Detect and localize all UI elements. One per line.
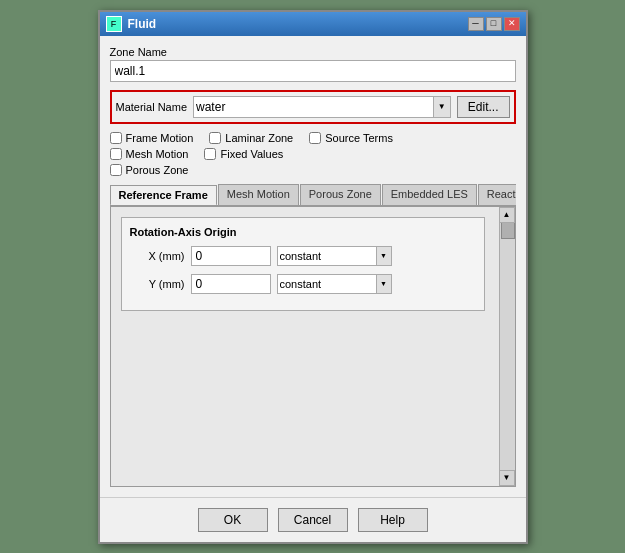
minimize-button[interactable]: ─ [468, 17, 484, 31]
help-button[interactable]: Help [358, 508, 428, 532]
material-select[interactable]: water air aluminum [193, 96, 434, 118]
fluid-dialog: F Fluid ─ □ ✕ Zone Name Material Name wa… [98, 10, 528, 544]
y-select-wrap: constant expression profile ▼ [277, 274, 392, 294]
x-input[interactable] [191, 246, 271, 266]
zone-name-input[interactable] [110, 60, 516, 82]
laminar-zone-checkbox-item[interactable]: Laminar Zone [209, 132, 293, 144]
y-label: Y (mm) [130, 278, 185, 290]
window-title: Fluid [128, 17, 157, 31]
porous-zone-checkbox-item[interactable]: Porous Zone [110, 164, 516, 176]
x-method-select[interactable]: constant expression profile [277, 246, 377, 266]
scroll-up-button[interactable]: ▲ [499, 207, 515, 223]
mesh-motion-label: Mesh Motion [126, 148, 189, 160]
fixed-values-checkbox[interactable] [204, 148, 216, 160]
zone-name-group: Zone Name [110, 46, 516, 82]
mesh-motion-checkbox[interactable] [110, 148, 122, 160]
x-select-wrap: constant expression profile ▼ [277, 246, 392, 266]
tab-reaction[interactable]: Reaction [478, 184, 516, 205]
material-name-label: Material Name [116, 101, 188, 113]
porous-zone-checkbox[interactable] [110, 164, 122, 176]
edit-material-button[interactable]: Edit... [457, 96, 510, 118]
cancel-button[interactable]: Cancel [278, 508, 348, 532]
tab-inner: Rotation-Axis Origin X (mm) constant exp… [111, 207, 515, 486]
x-label: X (mm) [130, 250, 185, 262]
checkboxes-row1: Frame Motion Laminar Zone Source Terms [110, 132, 516, 144]
frame-motion-label: Frame Motion [126, 132, 194, 144]
title-bar: F Fluid ─ □ ✕ [100, 12, 526, 36]
tab-mesh-motion[interactable]: Mesh Motion [218, 184, 299, 205]
porous-zone-label: Porous Zone [126, 164, 189, 176]
scrollbar-track: ▲ ▼ [499, 207, 515, 486]
title-bar-left: F Fluid [106, 16, 157, 32]
checkboxes-row3: Porous Zone [110, 164, 516, 176]
mesh-motion-checkbox-item[interactable]: Mesh Motion [110, 148, 189, 160]
scroll-down-button[interactable]: ▼ [499, 470, 515, 486]
section-title: Rotation-Axis Origin [130, 226, 476, 238]
x-select-arrow[interactable]: ▼ [376, 246, 392, 266]
window-body: Zone Name Material Name water air alumin… [100, 36, 526, 497]
y-input[interactable] [191, 274, 271, 294]
close-button[interactable]: ✕ [504, 17, 520, 31]
laminar-zone-label: Laminar Zone [225, 132, 293, 144]
fixed-values-label: Fixed Values [220, 148, 283, 160]
tab-porous-zone[interactable]: Porous Zone [300, 184, 381, 205]
fixed-values-checkbox-item[interactable]: Fixed Values [204, 148, 283, 160]
window-icon: F [106, 16, 122, 32]
tab-reference-frame[interactable]: Reference Frame [110, 185, 217, 206]
zone-name-label: Zone Name [110, 46, 516, 58]
tab-embedded-les[interactable]: Embedded LES [382, 184, 477, 205]
tabs-bar: Reference Frame Mesh Motion Porous Zone … [110, 184, 516, 207]
bottom-buttons: OK Cancel Help [100, 497, 526, 542]
maximize-button[interactable]: □ [486, 17, 502, 31]
source-terms-checkbox-1[interactable] [309, 132, 321, 144]
title-controls: ─ □ ✕ [468, 17, 520, 31]
rotation-axis-origin-section: Rotation-Axis Origin X (mm) constant exp… [121, 217, 485, 311]
material-name-group: Material Name water air aluminum ▼ Edit.… [110, 90, 516, 124]
y-method-select[interactable]: constant expression profile [277, 274, 377, 294]
checkboxes-row2: Mesh Motion Fixed Values [110, 148, 516, 160]
ok-button[interactable]: OK [198, 508, 268, 532]
source-terms-checkbox-item-1[interactable]: Source Terms [309, 132, 393, 144]
material-select-arrow[interactable]: ▼ [433, 96, 451, 118]
y-param-row: Y (mm) constant expression profile ▼ [130, 274, 476, 294]
laminar-zone-checkbox[interactable] [209, 132, 221, 144]
material-select-wrap: water air aluminum ▼ [193, 96, 451, 118]
y-select-arrow[interactable]: ▼ [376, 274, 392, 294]
tab-content-area: Rotation-Axis Origin X (mm) constant exp… [110, 207, 516, 487]
frame-motion-checkbox[interactable] [110, 132, 122, 144]
source-terms-label-1: Source Terms [325, 132, 393, 144]
frame-motion-checkbox-item[interactable]: Frame Motion [110, 132, 194, 144]
x-param-row: X (mm) constant expression profile ▼ [130, 246, 476, 266]
